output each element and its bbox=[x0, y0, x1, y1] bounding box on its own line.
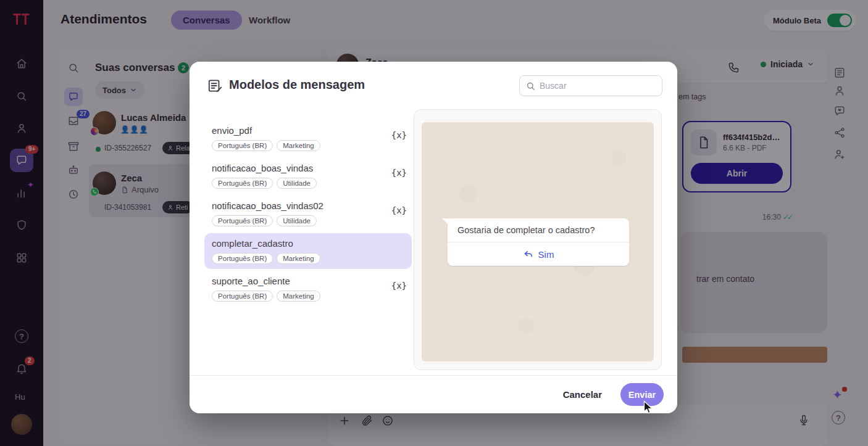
template-preview: Gostaria de completar o cadastro? Sim bbox=[414, 109, 662, 370]
template-item[interactable]: suporte_ao_cliente Português (BR) Market… bbox=[204, 271, 412, 307]
bubble-tail bbox=[442, 218, 451, 227]
message-templates-modal: Modelos de mensagem envio_pdf Português … bbox=[190, 62, 677, 413]
search-input[interactable] bbox=[540, 76, 660, 96]
template-icon bbox=[207, 78, 223, 94]
template-tag: Português (BR) bbox=[212, 178, 273, 189]
template-tag: Português (BR) bbox=[212, 291, 273, 302]
reply-arrow-icon bbox=[523, 249, 534, 260]
modal-title: Modelos de mensagem bbox=[229, 78, 365, 92]
template-name: completar_cadastro bbox=[212, 238, 404, 249]
template-tag: Português (BR) bbox=[212, 215, 273, 226]
template-item[interactable]: envio_pdf Português (BR) Marketing {x} bbox=[204, 120, 412, 156]
template-tag: Utilidade bbox=[277, 215, 317, 226]
variables-icon: {x} bbox=[391, 168, 407, 178]
template-name: envio_pdf bbox=[212, 125, 404, 136]
template-tag: Português (BR) bbox=[212, 253, 273, 264]
template-name: suporte_ao_cliente bbox=[212, 276, 404, 286]
mouse-cursor bbox=[641, 400, 654, 416]
template-tag: Utilidade bbox=[277, 178, 317, 189]
template-tag: Marketing bbox=[277, 140, 320, 151]
cancel-button[interactable]: Cancelar bbox=[563, 389, 602, 400]
variables-icon: {x} bbox=[391, 130, 407, 140]
variables-icon: {x} bbox=[391, 281, 407, 291]
preview-message: Gostaria de completar o cadastro? bbox=[448, 218, 629, 242]
template-tag: Marketing bbox=[277, 291, 320, 302]
quick-reply-button: Sim bbox=[448, 242, 629, 266]
search-icon bbox=[525, 81, 536, 91]
template-item[interactable]: notificacao_boas_vindas02 Português (BR)… bbox=[204, 196, 412, 231]
template-search[interactable] bbox=[519, 75, 662, 96]
template-name: notificacao_boas_vindas bbox=[212, 163, 404, 173]
modal-footer: Cancelar Enviar bbox=[190, 375, 677, 413]
preview-bubble: Gostaria de completar o cadastro? Sim bbox=[448, 218, 629, 266]
variables-icon: {x} bbox=[391, 205, 407, 215]
template-name: notificacao_boas_vindas02 bbox=[212, 200, 404, 211]
template-item-selected[interactable]: completar_cadastro Português (BR) Market… bbox=[204, 233, 412, 269]
template-tag: Marketing bbox=[277, 253, 320, 264]
template-item[interactable]: notificacao_boas_vindas Português (BR) U… bbox=[204, 158, 412, 194]
whatsapp-background: Gostaria de completar o cadastro? Sim bbox=[422, 122, 654, 361]
template-tag: Português (BR) bbox=[212, 140, 273, 151]
